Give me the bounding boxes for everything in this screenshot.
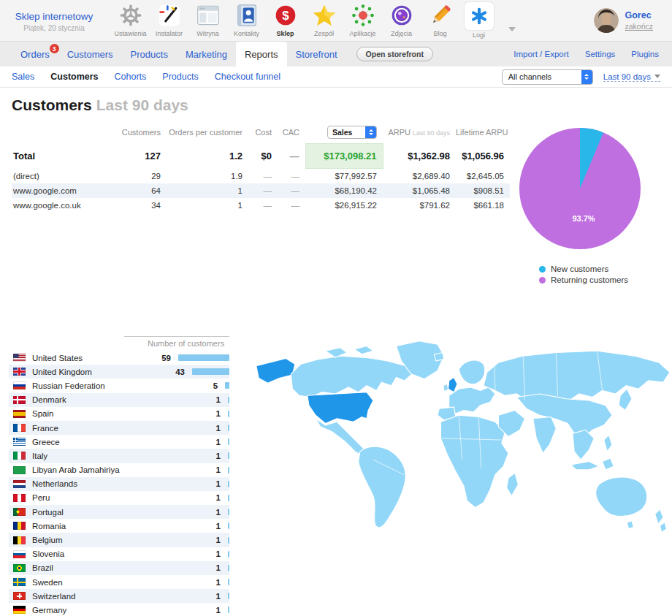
subnav-item-checkout-funnel[interactable]: Checkout funnel (215, 72, 280, 82)
nav-link-settings[interactable]: Settings (585, 50, 616, 58)
channel-select[interactable]: All channels (502, 69, 593, 85)
period-dropdown[interactable]: Last 90 days (603, 72, 660, 82)
country-row-russian-federation: Russian Federation5 (9, 379, 229, 392)
app-blog[interactable]: Blog (421, 2, 459, 37)
nav-item-label: Marketing (186, 49, 227, 60)
country-name: United States (32, 354, 148, 362)
nav-item-customers[interactable]: Customers (58, 42, 122, 66)
country-row-denmark: Denmark1 (9, 393, 229, 407)
be-flag-icon (13, 536, 26, 544)
country-bar (228, 522, 229, 529)
nav-link-plugins[interactable]: Plugins (631, 50, 659, 58)
svg-text:$: $ (282, 9, 289, 23)
row-value: 1.9 (167, 169, 248, 184)
nav-link-import-export[interactable]: Import / Export (513, 50, 568, 58)
country-value: 1 (197, 536, 221, 544)
country-name: Portugal (32, 508, 197, 517)
table-row: www.google.com641——$68,190.42$1,065.48$9… (12, 183, 510, 198)
us-flag-icon (13, 354, 26, 362)
row-value: $0 (248, 144, 278, 169)
country-bar (228, 481, 229, 487)
country-name: Belgium (32, 536, 197, 544)
country-row-romania: Romania1 (9, 519, 229, 533)
country-bar (225, 382, 229, 389)
country-value: 1 (197, 409, 221, 418)
app-sklep[interactable]: $Sklep (266, 2, 305, 37)
country-name: Brazil (32, 563, 197, 572)
country-value: 1 (197, 578, 221, 587)
subnav-item-customers[interactable]: Customers (50, 72, 98, 82)
nav-item-marketing[interactable]: Marketing (177, 42, 236, 66)
country-row-belgium: Belgium1 (9, 533, 229, 547)
main-nav: Orders3CustomersProductsMarketingReports… (0, 42, 672, 66)
row-value: — (278, 144, 305, 169)
country-name: United Kingdom (32, 368, 161, 376)
open-storefront-button[interactable]: Open storefront (356, 47, 433, 61)
nav-item-orders[interactable]: Orders3 (12, 42, 58, 66)
country-value: 1 (197, 522, 221, 531)
legend-label: New customers (551, 265, 608, 273)
countries-rows: United States59United Kingdom43Russian F… (9, 351, 229, 616)
si-flag-icon (13, 550, 26, 558)
country-row-libyan-arab-jamahiriya: Libyan Arab Jamahiriya1 (9, 463, 229, 477)
nav-item-products[interactable]: Products (122, 42, 177, 66)
user-text: Gorec zakończ (625, 10, 653, 31)
nav-item-reports[interactable]: Reports (236, 42, 287, 66)
app-ustawienia[interactable]: Ustawienia (111, 2, 150, 37)
column-header-cac: CAC (278, 121, 305, 144)
pie-chart-block: 93.7% New customersReturning customers (501, 126, 659, 286)
page-title-period: Last 90 days (96, 96, 188, 113)
app-label: Ustawienia (111, 30, 150, 37)
empty-value: — (291, 186, 300, 195)
row-value: — (248, 183, 278, 198)
app-aplikacje[interactable]: Aplikacje (343, 2, 382, 37)
app-kontakty[interactable]: Kontakty (227, 2, 266, 37)
app-label: Logi (459, 31, 498, 39)
app-label: Kontakty (227, 30, 266, 37)
avatar[interactable] (594, 8, 619, 33)
sales-metric-select[interactable]: Sales (327, 126, 377, 139)
pie-legend: New customersReturning customers (501, 265, 659, 284)
subnav-item-sales[interactable]: Sales (12, 72, 34, 82)
row-value: $2,689.40 (383, 169, 456, 184)
app-witryna[interactable]: Witryna (188, 2, 227, 37)
legend-label: Returning customers (551, 275, 628, 284)
subnav-item-cohorts[interactable]: Cohorts (115, 72, 147, 82)
nav-item-storefront[interactable]: Storefront (287, 42, 346, 66)
logout-link[interactable]: zakończ (625, 22, 653, 31)
current-date: Piątek, 20 stycznia (0, 24, 108, 32)
es-flag-icon (13, 410, 26, 418)
row-value: — (248, 169, 278, 184)
app-zesp[interactable]: Zespół (305, 2, 343, 37)
row-value: — (278, 169, 305, 184)
app-zdj-cia[interactable]: Zdjęcia (382, 2, 421, 37)
countries-list: Number of customers United States59Unite… (9, 336, 229, 616)
country-row-slovenia: Slovenia1 (9, 547, 229, 561)
country-value: 1 (197, 479, 221, 488)
country-name: Russian Federation (32, 381, 194, 390)
country-name: Italy (32, 452, 197, 460)
country-value: 43 (161, 368, 185, 376)
country-bar (228, 551, 229, 558)
app-label: Zdjęcia (382, 30, 421, 37)
period-label: Last 90 days (603, 72, 651, 81)
user-name-link[interactable]: Gorec (625, 10, 653, 20)
empty-value: — (291, 172, 300, 180)
row-value: 1.2 (167, 144, 248, 169)
browser-icon (188, 2, 227, 28)
country-bar (228, 537, 229, 544)
store-name-link[interactable]: Sklep internetowy (0, 11, 108, 22)
pe-flag-icon (13, 494, 26, 502)
country-row-switzerland: Switzerland1 (9, 589, 229, 603)
nav-item-label: Orders (20, 49, 50, 60)
row-value: $68,190.42 (305, 183, 383, 198)
subnav-item-products[interactable]: Products (162, 72, 198, 82)
app-instalator[interactable]: Instalator (150, 2, 188, 37)
avatar-image (594, 8, 619, 33)
country-name: Sweden (32, 578, 197, 587)
app-logi[interactable]: Logi (459, 2, 498, 39)
app-label: Zespół (305, 30, 343, 37)
customers-pie-chart: 93.7% (517, 126, 643, 251)
gear-icon (111, 2, 150, 28)
chevron-down-icon[interactable] (508, 27, 516, 31)
